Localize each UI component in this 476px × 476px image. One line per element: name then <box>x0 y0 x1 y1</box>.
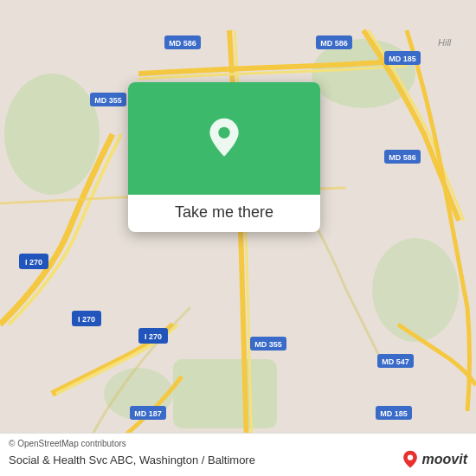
moovit-logo: moovit <box>401 450 467 469</box>
svg-text:I 270: I 270 <box>145 332 162 341</box>
attribution-text: © OpenStreetMap contributors <box>9 439 467 448</box>
svg-text:MD 547: MD 547 <box>382 357 409 366</box>
moovit-text: moovit <box>422 452 467 467</box>
take-me-there-button[interactable]: Take me there <box>142 203 306 222</box>
moovit-pin-icon <box>401 450 420 469</box>
location-pin-icon <box>203 117 246 160</box>
svg-text:I 270: I 270 <box>25 258 42 267</box>
popup-green-area <box>128 82 320 195</box>
svg-text:MD 187: MD 187 <box>134 409 162 418</box>
svg-text:MD 586: MD 586 <box>389 153 416 162</box>
svg-text:MD 185: MD 185 <box>380 409 408 418</box>
svg-point-31 <box>218 127 229 138</box>
svg-text:MD 185: MD 185 <box>389 55 416 63</box>
svg-text:MD 355: MD 355 <box>94 96 122 105</box>
svg-point-32 <box>407 455 412 460</box>
svg-text:MD 586: MD 586 <box>320 39 348 48</box>
svg-rect-3 <box>173 359 277 428</box>
bottom-info-row: Social & Health Svc ABC, Washington / Ba… <box>9 450 467 469</box>
svg-point-1 <box>4 74 100 195</box>
svg-text:MD 586: MD 586 <box>169 39 196 48</box>
popup-card: Take me there <box>128 82 320 232</box>
bottom-bar: © OpenStreetMap contributors Social & He… <box>0 433 476 476</box>
map-background: MD 586 MD 586 MD 586 MD 185 MD 355 MD 35… <box>0 0 476 476</box>
svg-point-4 <box>372 238 459 342</box>
svg-text:MD 355: MD 355 <box>254 340 282 349</box>
place-name: Social & Health Svc ABC, Washington / Ba… <box>9 453 255 466</box>
svg-text:Hill: Hill <box>438 37 452 48</box>
popup-label-area: Take me there <box>128 195 320 232</box>
svg-text:I 270: I 270 <box>78 315 95 324</box>
map-container: MD 586 MD 586 MD 586 MD 185 MD 355 MD 35… <box>0 0 476 476</box>
